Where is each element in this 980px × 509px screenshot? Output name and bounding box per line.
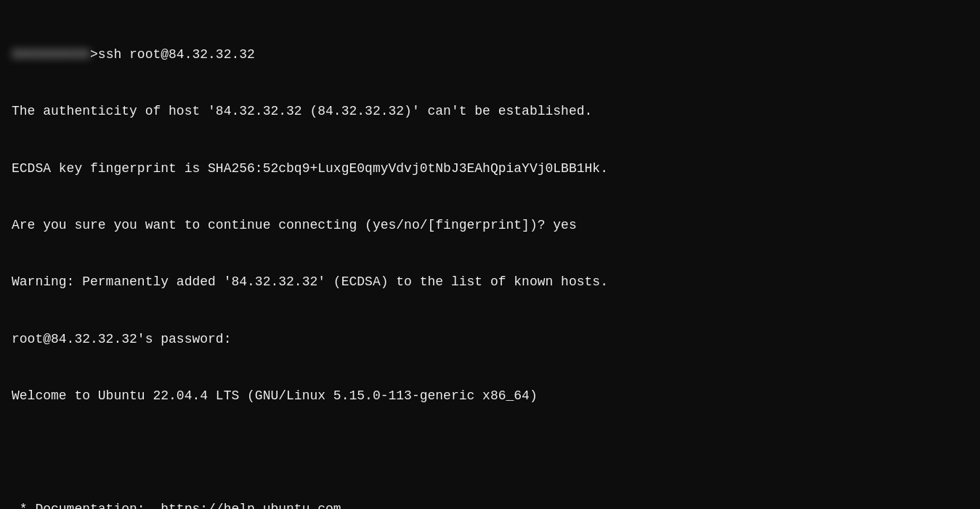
empty-line-1 bbox=[12, 443, 968, 462]
terminal-window: XXXXXXXXXX>ssh root@84.32.32.32 The auth… bbox=[12, 7, 968, 509]
auth-line: The authenticity of host '84.32.32.32 (8… bbox=[12, 102, 968, 121]
command-line: XXXXXXXXXX>ssh root@84.32.32.32 bbox=[12, 45, 968, 64]
ssh-command: >ssh root@84.32.32.32 bbox=[90, 47, 255, 62]
welcome-line: Welcome to Ubuntu 22.04.4 LTS (GNU/Linux… bbox=[12, 386, 968, 405]
known-hosts-line: Warning: Permanently added '84.32.32.32'… bbox=[12, 272, 968, 291]
continue-prompt-line: Are you sure you want to continue connec… bbox=[12, 216, 968, 235]
blurred-prefix: XXXXXXXXXX bbox=[12, 47, 90, 62]
password-line: root@84.32.32.32's password: bbox=[12, 330, 968, 349]
fingerprint-line: ECDSA key fingerprint is SHA256:52cbq9+L… bbox=[12, 159, 968, 178]
docs-line: * Documentation: https://help.ubuntu.com bbox=[12, 500, 968, 509]
